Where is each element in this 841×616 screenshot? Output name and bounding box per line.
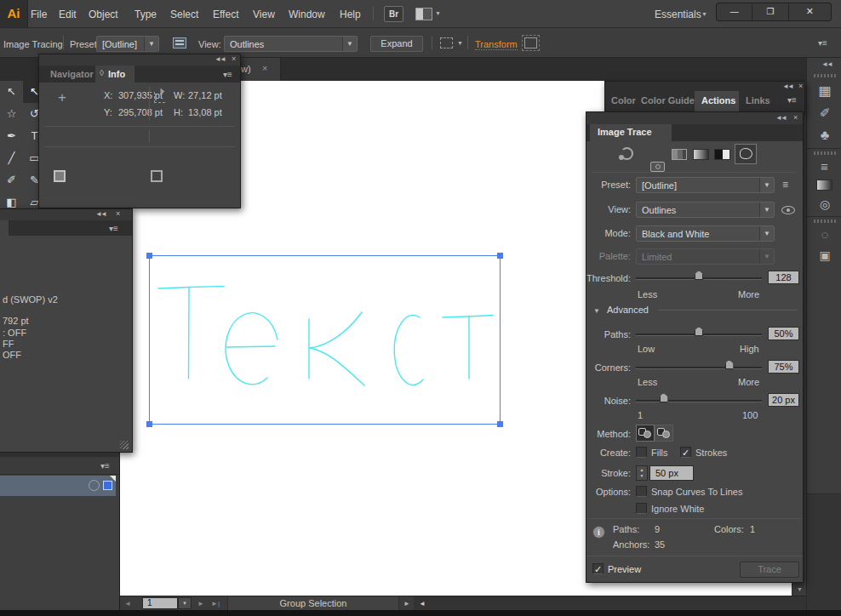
menu-view[interactable]: View xyxy=(253,9,275,20)
preview-checkbox[interactable]: ✓ xyxy=(592,563,604,574)
preset-field-arrow-icon[interactable]: ▼ xyxy=(759,178,774,192)
menu-select[interactable]: Select xyxy=(170,9,198,20)
stroke-stepper-up-icon[interactable]: ▲ xyxy=(637,466,647,473)
dock-collapse-icon[interactable]: ◄◄ xyxy=(821,60,832,68)
arrange-documents-arrow-icon[interactable]: ▼ xyxy=(435,10,441,16)
paths-slider[interactable] xyxy=(636,334,762,336)
view-field-arrow-icon[interactable]: ▼ xyxy=(759,202,774,217)
transform-link[interactable]: Transform xyxy=(475,39,518,50)
grayscale-preset-icon[interactable] xyxy=(693,149,709,160)
corners-slider[interactable] xyxy=(636,367,762,369)
menu-effect[interactable]: Effect xyxy=(213,9,238,20)
expand-button[interactable]: Expand xyxy=(370,36,423,52)
last-page-icon[interactable]: ►| xyxy=(211,600,220,607)
method-overlapping-button[interactable] xyxy=(655,425,673,442)
tab-links[interactable]: Links xyxy=(746,95,770,106)
arrange-documents-icon[interactable] xyxy=(415,8,432,20)
workspace-arrow-icon[interactable]: ▼ xyxy=(701,11,707,17)
document-info-menu-icon[interactable]: ▾≡ xyxy=(109,224,118,233)
next-page-icon[interactable]: ► xyxy=(197,600,204,607)
panel-resize-grip[interactable] xyxy=(120,441,129,449)
menu-type[interactable]: Type xyxy=(134,9,157,20)
info-panel-collapse-icon[interactable]: ◄◄ xyxy=(215,55,225,63)
brushes-panel-icon[interactable]: ✐ xyxy=(812,102,838,124)
preset-dropdown-arrow-icon[interactable]: ▼ xyxy=(144,37,158,51)
info-panel-header[interactable]: ◄◄ × xyxy=(39,54,240,66)
panel-menu-icon[interactable]: ▾≡ xyxy=(787,95,797,105)
tab-info[interactable]: ◊ Info xyxy=(95,66,134,83)
image-trace-collapse-icon[interactable]: ◄◄ xyxy=(775,114,786,122)
transparency-panel-icon[interactable]: ◎ xyxy=(812,194,838,214)
image-trace-close-icon[interactable]: × xyxy=(793,113,798,122)
paths-slider-thumb[interactable] xyxy=(695,327,703,336)
threshold-slider-thumb[interactable] xyxy=(695,271,703,280)
maximize-button[interactable]: ❐ xyxy=(752,3,788,20)
dock-gripper[interactable] xyxy=(814,220,836,223)
fill-swatch[interactable] xyxy=(54,170,66,182)
preset-menu-icon[interactable]: ≡ xyxy=(782,179,789,191)
image-trace-tab[interactable]: Image Trace xyxy=(590,124,672,141)
preview-eye-icon[interactable] xyxy=(781,206,795,214)
fills-checkbox[interactable] xyxy=(636,447,647,458)
noise-value[interactable]: 20 px xyxy=(768,393,799,407)
scroll-left-icon[interactable]: ◄ xyxy=(419,600,426,607)
layers-panel-menu-icon[interactable]: ▾≡ xyxy=(100,461,110,471)
graphic-styles-panel-icon[interactable]: ▣ xyxy=(812,245,838,265)
ignore-white-checkbox[interactable] xyxy=(636,503,647,514)
menu-edit[interactable]: Edit xyxy=(59,9,77,20)
tab-color[interactable]: Color xyxy=(611,95,636,106)
stroke-width-input[interactable]: 50 px xyxy=(649,465,694,481)
dock-gripper[interactable] xyxy=(814,74,836,77)
auto-color-preset-icon[interactable] xyxy=(621,147,633,160)
menu-help[interactable]: Help xyxy=(340,9,361,20)
corners-slider-thumb[interactable] xyxy=(725,360,734,369)
workspace-switcher[interactable]: Essentials xyxy=(655,9,701,20)
appearance-panel-icon[interactable]: ◌ xyxy=(812,225,838,245)
noise-slider-thumb[interactable] xyxy=(660,393,668,402)
outline-preset-icon[interactable] xyxy=(735,144,757,164)
menu-window[interactable]: Window xyxy=(289,9,325,20)
info-panel-close-icon[interactable]: × xyxy=(232,54,236,63)
horizontal-scrollbar[interactable]: ◄ ► xyxy=(414,596,806,611)
snap-curves-checkbox[interactable] xyxy=(636,486,647,497)
scroll-down-icon[interactable]: ▼ xyxy=(794,584,805,596)
menu-object[interactable]: Object xyxy=(89,9,118,20)
status-expand-icon[interactable]: ► xyxy=(403,600,410,607)
mode-field-dropdown[interactable]: Black and White ▼ xyxy=(636,225,775,242)
stroke-stepper[interactable]: ▲ ▼ xyxy=(636,465,648,481)
image-trace-panel-icon[interactable] xyxy=(173,37,186,48)
view-dropdown[interactable]: Outlines ▼ xyxy=(224,36,358,52)
layer-target-icon[interactable] xyxy=(89,480,100,491)
document-info-tab[interactable] xyxy=(0,220,9,236)
black-and-white-preset-icon[interactable] xyxy=(714,149,730,160)
image-trace-header[interactable]: ◄◄ × xyxy=(586,112,803,124)
threshold-value[interactable]: 128 xyxy=(768,271,799,284)
page-dropdown-arrow-icon[interactable]: ▼ xyxy=(178,597,192,609)
panel-close-icon[interactable]: × xyxy=(798,82,803,90)
layer-selection-indicator[interactable] xyxy=(103,481,112,490)
document-info-header[interactable]: ◄◄ × xyxy=(0,209,132,220)
status-tool-indicator[interactable]: Group Selection xyxy=(227,596,399,611)
align-icon[interactable] xyxy=(524,37,537,48)
minimize-button[interactable]: — xyxy=(717,3,752,20)
advanced-expander-icon[interactable]: ▼ xyxy=(593,307,600,315)
close-button[interactable]: × xyxy=(789,3,832,20)
stroke-panel-icon[interactable]: ≡ xyxy=(812,157,838,177)
pen-tool[interactable]: ✒ xyxy=(0,125,23,147)
tab-color-guide[interactable]: Color Guide xyxy=(641,95,695,106)
layer-row-selected[interactable] xyxy=(0,476,116,496)
advanced-section-label[interactable]: Advanced xyxy=(607,305,649,315)
isolate-selection-icon[interactable] xyxy=(440,37,453,48)
bridge-icon[interactable]: Br xyxy=(384,6,403,22)
first-page-icon[interactable]: ◄ xyxy=(124,600,131,607)
isolate-arrow-icon[interactable]: ▼ xyxy=(457,40,463,46)
document-info-close-icon[interactable]: × xyxy=(116,209,120,218)
document-tab-close-icon[interactable]: × xyxy=(262,63,267,73)
panel-collapse-icon[interactable]: ◄◄ xyxy=(782,83,792,90)
view-dropdown-arrow-icon[interactable]: ▼ xyxy=(342,37,357,51)
low-color-preset-icon[interactable] xyxy=(672,149,687,160)
paths-value[interactable]: 50% xyxy=(768,327,799,340)
dock-gripper[interactable] xyxy=(814,151,836,155)
trace-button[interactable]: Trace xyxy=(740,562,799,578)
swatches-panel-icon[interactable]: ▦ xyxy=(812,80,838,102)
